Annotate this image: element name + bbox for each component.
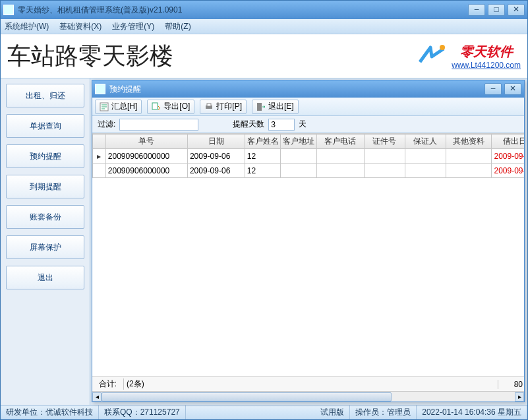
status-qq: 联系QQ：271125727: [99, 405, 186, 419]
col-name[interactable]: 客户姓名: [245, 135, 281, 149]
sidebar-item-query[interactable]: 单据查询: [6, 114, 84, 138]
summary-icon: [100, 102, 109, 111]
status-dev: 研发单位：优诚软件科技: [1, 405, 99, 419]
brand-url[interactable]: www.Lt441200.com: [452, 61, 521, 70]
tool-summary-button[interactable]: 汇总[H]: [95, 100, 142, 114]
scroll-right-icon[interactable]: ▸: [515, 392, 524, 402]
svg-rect-4: [207, 104, 211, 106]
cell-phone: [316, 164, 364, 178]
days-label: 提醒天数: [233, 119, 264, 130]
dialog-icon: [95, 84, 105, 94]
col-idno[interactable]: 证件号: [364, 135, 405, 149]
export-icon: [152, 102, 161, 111]
cell-addr: [281, 149, 317, 164]
status-datetime: 2022-01-14 16:04:36 星期五: [417, 405, 527, 419]
filter-label: 过滤:: [98, 119, 115, 130]
banner: 车站路零天影楼 零天软件 www.Lt441200.com: [1, 34, 527, 78]
sidebar-item-rent-return[interactable]: 出租、归还: [6, 84, 84, 107]
table-row[interactable]: ▸200909060000002009-09-06122009-09-08200…: [93, 149, 525, 164]
statusbar: 研发单位：优诚软件科技 联系QQ：271125727 试用版 操作员：管理员 2…: [1, 405, 527, 419]
cell-name: 12: [245, 149, 281, 164]
grid[interactable]: 单号 日期 客户姓名 客户地址 客户电话 证件号 保证人 其他资料 借出日期 归…: [92, 133, 524, 376]
cell-order: 20090906000000: [105, 164, 187, 178]
days-unit: 天: [299, 119, 307, 130]
col-other[interactable]: 其他资料: [446, 135, 492, 149]
grid-footer: 合计: (2条) 80: [92, 376, 524, 391]
dialog-titlebar[interactable]: 预约提醒 – ✕: [92, 80, 524, 98]
cell-addr: [281, 164, 317, 178]
col-order[interactable]: 单号: [105, 135, 187, 149]
sidebar-label: 单据查询: [30, 121, 61, 132]
cell-guarantor: [405, 164, 446, 178]
cell-date: 2009-09-06: [187, 164, 245, 178]
sidebar-item-backup[interactable]: 账套备份: [6, 205, 84, 229]
horizontal-scrollbar[interactable]: ◂ ▸: [92, 391, 524, 402]
col-borrow[interactable]: 借出日期: [492, 135, 524, 149]
status-operator: 操作员：管理员: [350, 405, 417, 419]
tool-exit-button[interactable]: 退出[E]: [252, 100, 299, 114]
print-icon: [204, 102, 214, 111]
dialog-title: 预约提醒: [109, 84, 484, 95]
cell-name: 12: [245, 164, 281, 178]
footer-count: (2条): [124, 378, 498, 390]
scroll-thumb[interactable]: [102, 392, 392, 402]
svg-rect-2: [152, 103, 158, 109]
cell-order: 20090906000000: [105, 149, 187, 164]
banner-title: 车站路零天影楼: [7, 40, 416, 73]
cell-phone: [316, 149, 364, 164]
maximize-button[interactable]: □: [488, 4, 505, 16]
menu-biz[interactable]: 业务管理(Y): [112, 21, 154, 32]
brand[interactable]: 零天软件 www.Lt441200.com: [416, 42, 521, 70]
body-area: 出租、归还 单据查询 预约提醒 到期提醒 账套备份 屏幕保护 退出 预约提醒 –…: [1, 78, 527, 405]
menu-sys[interactable]: 系统维护(W): [5, 21, 49, 32]
menu-help[interactable]: 帮助(Z): [165, 21, 191, 32]
menu-base[interactable]: 基础资料(X): [59, 21, 102, 32]
sidebar: 出租、归还 单据查询 预约提醒 到期提醒 账套备份 屏幕保护 退出: [1, 78, 90, 405]
cell-other: [446, 149, 492, 164]
col-addr[interactable]: 客户地址: [281, 135, 317, 149]
col-phone[interactable]: 客户电话: [316, 135, 364, 149]
footer-label: 合计:: [92, 378, 124, 390]
dialog-minimize-button[interactable]: –: [484, 83, 502, 95]
cell-other: [446, 164, 492, 178]
scroll-left-icon[interactable]: ◂: [92, 392, 102, 402]
cell-date: 2009-09-06: [187, 149, 245, 164]
row-indicator: [93, 164, 106, 178]
status-trial: 试用版: [315, 405, 350, 419]
cell-idno: [364, 149, 405, 164]
app-icon: [3, 5, 14, 15]
cell-guarantor: [405, 149, 446, 164]
outer-titlebar[interactable]: 零天婚纱、相机租借管理系统(普及版)v21.0901 – □ ✕: [1, 1, 527, 19]
table-row[interactable]: 200909060000002009-09-06122009-09-082009…: [93, 164, 525, 178]
sidebar-label: 出租、归还: [26, 90, 65, 102]
col-guarantor[interactable]: 保证人: [405, 135, 446, 149]
minimize-button[interactable]: –: [468, 4, 485, 16]
sidebar-label: 账套备份: [30, 212, 61, 223]
days-input[interactable]: [268, 119, 295, 131]
brand-logo-icon: [416, 42, 448, 70]
sidebar-label: 屏幕保护: [30, 242, 61, 253]
dialog-close-button[interactable]: ✕: [504, 83, 521, 95]
sidebar-item-screensaver[interactable]: 屏幕保护: [6, 235, 84, 259]
sidebar-item-appointment[interactable]: 预约提醒: [6, 144, 84, 168]
row-indicator: ▸: [93, 149, 106, 164]
cell-idno: [364, 164, 405, 178]
filter-input[interactable]: [119, 119, 198, 131]
sidebar-label: 预约提醒: [30, 151, 61, 162]
main-window: 零天婚纱、相机租借管理系统(普及版)v21.0901 – □ ✕ 系统维护(W)…: [0, 0, 528, 420]
exit-icon: [256, 102, 266, 111]
footer-total: 80: [498, 380, 524, 389]
menubar: 系统维护(W) 基础资料(X) 业务管理(Y) 帮助(Z): [1, 19, 527, 34]
cell-borrow: 2009-09-08: [492, 149, 524, 164]
sidebar-item-exit[interactable]: 退出: [6, 266, 84, 289]
tool-export-button[interactable]: 导出[O]: [147, 100, 194, 114]
close-button[interactable]: ✕: [508, 4, 525, 16]
col-date[interactable]: 日期: [187, 135, 245, 149]
sidebar-item-due[interactable]: 到期提醒: [6, 175, 84, 198]
svg-point-0: [440, 45, 445, 50]
sidebar-label: 退出: [38, 272, 53, 284]
filter-bar: 过滤: 提醒天数 天: [92, 116, 524, 133]
tool-print-button[interactable]: 打印[P]: [200, 100, 247, 114]
main-area: 预约提醒 – ✕ 汇总[H] 导出[O] 打印[P] 退出[E]: [90, 78, 527, 405]
dialog-toolbar: 汇总[H] 导出[O] 打印[P] 退出[E]: [92, 98, 524, 116]
